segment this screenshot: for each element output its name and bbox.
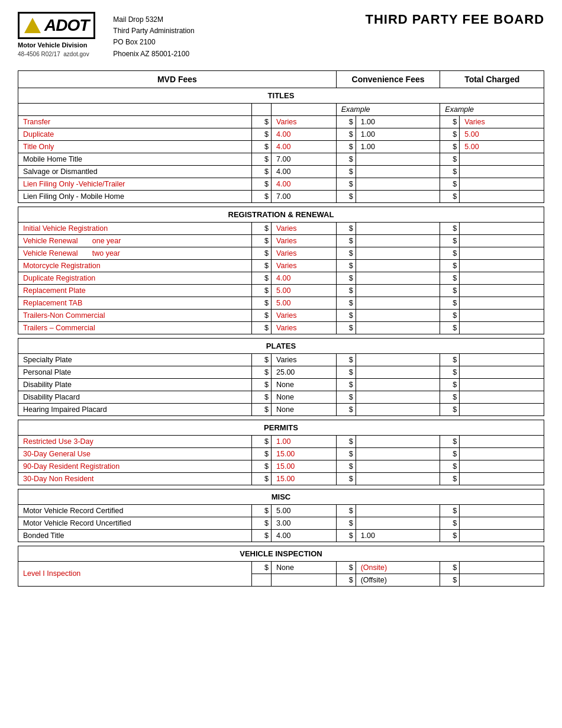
reg-replacement-plate-label: Replacement Plate <box>18 284 252 297</box>
reg-renewal-2yr-row: Vehicle Renewal two year $ Varies $ $ <box>18 247 544 259</box>
plates-displacard-conv-dollar: $ <box>336 391 356 403</box>
reg-trailers-noncom-mvd-amount: Varies <box>272 309 337 321</box>
misc-bonded-conv-amount: 1.00 <box>356 529 440 542</box>
address-area: Mail Drop 532M Third Party Administratio… <box>113 12 328 60</box>
misc-mvrcer-mvd-amount: 5.00 <box>272 504 337 517</box>
misc-bonded-conv-dollar: $ <box>336 529 356 542</box>
misc-mvrcer-label: Motor Vehicle Record Certified <box>18 504 252 517</box>
titles-duplicate-conv-dollar: $ <box>336 128 356 140</box>
titles-transfer-total-amount: Varies <box>460 115 544 128</box>
reg-duplicate-row: Duplicate Registration $ 4.00 $ $ <box>18 272 544 284</box>
reg-initial-label: Initial Vehicle Registration <box>18 222 252 234</box>
address-line3: PO Box 2100 <box>113 37 328 48</box>
inspection-level1-offsite-conv-amount: (Offsite) <box>356 574 440 586</box>
reg-motorcycle-row: Motorcycle Registration $ Varies $ $ <box>18 259 544 272</box>
titles-duplicate-conv-amount: 1.00 <box>356 128 440 140</box>
reg-renewal-2yr-mvd-dollar: $ <box>252 247 272 259</box>
inspection-level1-offsite-total-dollar: $ <box>440 574 460 586</box>
permits-30gen-row: 30-Day General Use $ 15.00 $ $ <box>18 447 544 460</box>
reg-trailers-com-conv-amount <box>356 321 440 334</box>
inspection-header-row: VEHICLE INSPECTION <box>18 546 544 561</box>
permits-section-header: PERMITS <box>18 420 544 435</box>
reg-trailers-com-mvd-dollar: $ <box>252 321 272 334</box>
plates-personal-row: Personal Plate $ 25.00 $ $ <box>18 366 544 378</box>
reg-replacement-tab-total-dollar: $ <box>440 297 460 309</box>
titles-lien-mobile-conv-dollar: $ <box>336 190 356 202</box>
titles-mobilehome-mvd-amount: 7.00 <box>272 153 337 165</box>
titles-lien-mobile-row: Lien Filing Only - Mobile Home $ 7.00 $ … <box>18 190 544 202</box>
permits-30gen-conv-dollar: $ <box>336 447 356 460</box>
permits-90res-label: 90-Day Resident Registration <box>18 460 252 472</box>
misc-mvrcer-total-amount <box>460 504 544 517</box>
reg-renewal-1yr-total-dollar: $ <box>440 234 460 247</box>
reg-initial-conv-dollar: $ <box>336 222 356 234</box>
misc-bonded-mvd-amount: 4.00 <box>272 529 337 542</box>
reg-replacement-tab-conv-amount <box>356 297 440 309</box>
logo-area: ADOT Motor Vehicle Division 48-4506 R02/… <box>18 12 95 57</box>
reg-renewal-1yr-conv-dollar: $ <box>336 234 356 247</box>
titles-lien-mobile-total-dollar: $ <box>440 190 460 202</box>
misc-mvrunc-total-amount <box>460 517 544 529</box>
permits-30gen-label: 30-Day General Use <box>18 447 252 460</box>
titles-titleonly-total-dollar: $ <box>440 140 460 153</box>
plates-personal-total-amount <box>460 366 544 378</box>
reg-renewal-2yr-mvd-amount: Varies <box>272 247 337 259</box>
permits-30nonres-mvd-amount: 15.00 <box>272 472 337 485</box>
logo-adot-text: ADOT <box>44 16 89 35</box>
reg-replacement-tab-mvd-amount: 5.00 <box>272 297 337 309</box>
titles-salvage-total-amount <box>460 165 544 178</box>
permits-90res-conv-dollar: $ <box>336 460 356 472</box>
spacer-3 <box>18 415 544 420</box>
misc-mvrcer-total-dollar: $ <box>440 504 460 517</box>
reg-replacement-plate-conv-amount <box>356 284 440 297</box>
plates-displacard-mvd-dollar: $ <box>252 391 272 403</box>
plates-displacard-total-amount <box>460 391 544 403</box>
reg-duplicate-mvd-amount: 4.00 <box>272 272 337 284</box>
reg-renewal-1yr-mvd-dollar: $ <box>252 234 272 247</box>
mvd-fees-header: MVD Fees <box>18 70 337 88</box>
fee-table: MVD Fees Convenience Fees Total Charged … <box>18 70 544 587</box>
permits-90res-conv-amount <box>356 460 440 472</box>
titles-transfer-row: Transfer $ Varies $ 1.00 $ Varies <box>18 115 544 128</box>
reg-replacement-plate-row: Replacement Plate $ 5.00 $ $ <box>18 284 544 297</box>
inspection-level1-offsite-total-amount <box>460 574 544 586</box>
titles-mobilehome-total-dollar: $ <box>440 153 460 165</box>
permits-30nonres-row: 30-Day Non Resident $ 15.00 $ $ <box>18 472 544 485</box>
reg-replacement-plate-mvd-dollar: $ <box>252 284 272 297</box>
permits-header-row: PERMITS <box>18 420 544 435</box>
inspection-level1-onsite-total-dollar: $ <box>440 561 460 574</box>
reg-replacement-tab-mvd-dollar: $ <box>252 297 272 309</box>
reg-trailers-com-row: Trailers – Commercial $ Varies $ $ <box>18 321 544 334</box>
reg-motorcycle-conv-amount <box>356 259 440 272</box>
reg-trailers-noncom-row: Trailers-Non Commercial $ Varies $ $ <box>18 309 544 321</box>
inspection-level1-mvd-amount: None <box>272 561 337 574</box>
reg-initial-mvd-amount: Varies <box>272 222 337 234</box>
misc-bonded-label: Bonded Title <box>18 529 252 542</box>
plates-specialty-row: Specialty Plate $ Varies $ $ <box>18 353 544 366</box>
plates-hearingimpaired-label: Hearing Impaired Placard <box>18 403 252 415</box>
titles-lien-vehicle-mvd-dollar: $ <box>252 178 272 190</box>
convenience-fees-header: Convenience Fees <box>336 70 440 88</box>
permits-30gen-total-amount <box>460 447 544 460</box>
page-title-area: THIRD PARTY FEE BOARD <box>329 12 544 27</box>
inspection-level1-offsite-mvd-amount-blank <box>272 574 337 586</box>
reg-duplicate-total-amount <box>460 272 544 284</box>
reg-trailers-com-mvd-amount: Varies <box>272 321 337 334</box>
titles-lien-vehicle-conv-amount <box>356 178 440 190</box>
reg-replacement-tab-total-amount <box>460 297 544 309</box>
reg-trailers-com-conv-dollar: $ <box>336 321 356 334</box>
permits-restricted-label: Restricted Use 3-Day <box>18 435 252 447</box>
permits-30gen-conv-amount <box>356 447 440 460</box>
plates-hearingimpaired-row: Hearing Impaired Placard $ None $ $ <box>18 403 544 415</box>
plates-disability-total-amount <box>460 378 544 391</box>
titles-duplicate-mvd-amount: 4.00 <box>272 128 337 140</box>
misc-mvrcer-row: Motor Vehicle Record Certified $ 5.00 $ … <box>18 504 544 517</box>
reg-trailers-noncom-conv-amount <box>356 309 440 321</box>
titles-titleonly-label: Title Only <box>18 140 252 153</box>
titles-label-blank <box>18 103 252 115</box>
reg-duplicate-conv-amount <box>356 272 440 284</box>
reg-renewal-1yr-row: Vehicle Renewal one year $ Varies $ $ <box>18 234 544 247</box>
reg-replacement-tab-label: Replacement TAB <box>18 297 252 309</box>
permits-90res-mvd-dollar: $ <box>252 460 272 472</box>
reg-renewal-2yr-label: Vehicle Renewal two year <box>18 247 252 259</box>
